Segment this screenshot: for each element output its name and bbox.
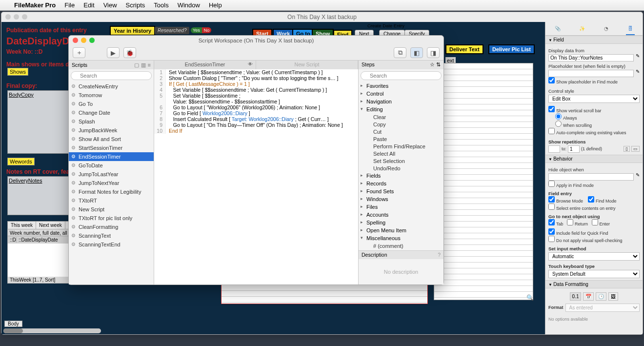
rep-to[interactable]: [568, 145, 580, 153]
pane-left-button[interactable]: ◧: [410, 47, 423, 58]
steps-tree[interactable]: FavoritesControlNavigationEditingClearCo…: [359, 82, 443, 250]
tab-nextweek[interactable]: Next week: [36, 222, 65, 229]
step-item[interactable]: # (comment): [359, 242, 443, 249]
step-category[interactable]: Navigation: [359, 98, 443, 105]
step-item[interactable]: Copy: [359, 121, 443, 128]
inspector-tabs[interactable]: 📎 ✨ ◔ 🗄: [545, 22, 643, 36]
apply-find-check[interactable]: [548, 181, 555, 187]
step-item[interactable]: Paste: [359, 135, 443, 142]
script-tab-active[interactable]: EndSessionTimer👁: [154, 61, 256, 69]
step-category[interactable]: Spelling: [359, 219, 443, 226]
insp-tab-styles[interactable]: ✨: [578, 24, 586, 33]
script-item[interactable]: Go To: [69, 100, 154, 108]
vscroll-check[interactable]: [548, 106, 555, 112]
lined-area-bottom[interactable]: [221, 285, 428, 304]
yes-no-toggle[interactable]: YesNo: [191, 27, 211, 33]
whenscroll-radio[interactable]: [555, 121, 562, 127]
step-category[interactable]: Found Sets: [359, 187, 443, 195]
script-tab-new[interactable]: New Script: [256, 61, 358, 69]
script-item[interactable]: JumpToLastYear: [69, 170, 154, 179]
script-item[interactable]: CleanFormatting: [69, 223, 154, 231]
script-item[interactable]: JumpBackWeek: [69, 126, 154, 135]
debug-button[interactable]: 🐞: [123, 47, 136, 58]
show-ph-find-check[interactable]: [548, 77, 555, 83]
script-tabs[interactable]: EndSessionTimer👁 New Script: [154, 61, 358, 69]
toggle-yes[interactable]: Yes: [191, 27, 202, 33]
insp-tab-appearance[interactable]: ◔: [602, 24, 610, 33]
inspector-section-dataformat[interactable]: Data Formatting: [545, 280, 643, 288]
scripts-view-icon-1[interactable]: ▢: [134, 62, 139, 68]
menu-edit[interactable]: Edit: [79, 1, 99, 9]
script-item[interactable]: TXtoRT: [69, 196, 154, 205]
step-category[interactable]: Miscellaneous: [359, 234, 443, 242]
steps-sort-icon[interactable]: ⇅: [436, 61, 441, 67]
script-item[interactable]: New Script: [69, 205, 154, 214]
pencil-icon-2[interactable]: ✎: [636, 69, 640, 77]
deliver-pic-button[interactable]: Deliver Pic List: [488, 44, 535, 54]
control-style-select[interactable]: Edit Box: [548, 95, 640, 103]
script-item[interactable]: Tomorrow: [69, 91, 154, 100]
placeholder-field[interactable]: [548, 70, 634, 77]
step-item[interactable]: Perform Find/Replace: [359, 142, 443, 150]
insp-tab-position[interactable]: 📎: [553, 24, 562, 33]
menu-file[interactable]: File: [60, 1, 79, 9]
rep-orient-v[interactable]: ▯: [624, 146, 630, 152]
menu-scripts[interactable]: Scripts: [121, 1, 150, 9]
inspector-section-field[interactable]: Field: [545, 36, 643, 44]
scripts-search-input[interactable]: [71, 71, 152, 80]
menu-view[interactable]: View: [99, 1, 121, 9]
datedisplay-field[interactable]: DateDisplayDa: [6, 36, 75, 47]
script-item[interactable]: JumpToNextYear: [69, 179, 154, 187]
tab-check[interactable]: [548, 219, 555, 225]
magnify-icon[interactable]: 🔍: [526, 294, 534, 301]
autocomplete-check[interactable]: [548, 128, 555, 134]
step-category[interactable]: Fields: [359, 172, 443, 180]
pane-right-button[interactable]: ◨: [427, 47, 440, 58]
step-category[interactable]: Windows: [359, 195, 443, 203]
h-scrollbar[interactable]: [3, 328, 101, 333]
step-item[interactable]: Clear: [359, 113, 443, 121]
scripts-view-icon-2[interactable]: ▥: [141, 62, 146, 68]
script-item[interactable]: Format Notes for Legibility: [69, 187, 154, 196]
scripts-view-icon-3[interactable]: ≡: [148, 62, 151, 68]
return-check[interactable]: [567, 219, 573, 225]
browse-check[interactable]: [548, 196, 555, 203]
year-history-button[interactable]: Year in History: [110, 26, 155, 36]
input-method-select[interactable]: Automatic: [548, 252, 640, 261]
script-item[interactable]: Splash: [69, 117, 154, 126]
quickfind-check[interactable]: [548, 228, 555, 235]
deliverynotes-field[interactable]: DeliveryNotes: [7, 176, 70, 215]
rep-from[interactable]: [548, 145, 560, 153]
select-entire-check[interactable]: [548, 204, 555, 210]
fmt-pic-icon[interactable]: 🖼: [608, 292, 618, 301]
steps-fav-icon[interactable]: ☆: [430, 61, 435, 67]
touch-kbd-select[interactable]: System Default: [548, 270, 640, 278]
step-item[interactable]: Set Selection: [359, 157, 443, 164]
step-item[interactable]: Undo/Redo: [359, 164, 443, 172]
script-item[interactable]: ScanningTextEnd: [69, 240, 154, 249]
fmt-num-icon[interactable]: 0.1: [570, 292, 582, 301]
script-item[interactable]: ScanningText: [69, 231, 154, 240]
step-item[interactable]: Cut: [359, 128, 443, 135]
h-scroll-thumb[interactable]: [3, 328, 23, 333]
help-icon[interactable]: ?: [438, 252, 441, 258]
step-category[interactable]: Records: [359, 180, 443, 187]
script-item[interactable]: EndSessionTimer: [69, 152, 154, 161]
script-item[interactable]: TXtoRT for pic list only: [69, 214, 154, 223]
eye-icon[interactable]: 👁: [248, 61, 253, 67]
fmt-date-icon[interactable]: 📅: [583, 292, 594, 301]
menu-help[interactable]: Help: [204, 1, 226, 9]
step-category[interactable]: Favorites: [359, 82, 443, 90]
step-category[interactable]: Control: [359, 90, 443, 98]
always-radio[interactable]: [555, 113, 562, 120]
new-script-button[interactable]: ＋: [73, 47, 85, 58]
wewords-field[interactable]: Wewords: [7, 158, 35, 165]
copy-button[interactable]: ⧉: [394, 47, 406, 58]
ws-traffic-lights[interactable]: [73, 38, 95, 43]
find-check[interactable]: [588, 196, 594, 203]
notes-area-right[interactable]: [434, 63, 533, 300]
script-code[interactable]: 1Set Variable [ $$sessionendtime ; Value…: [154, 69, 358, 285]
step-category[interactable]: Open Menu Item: [359, 226, 443, 234]
script-item[interactable]: Change Date: [69, 108, 154, 117]
enter-check[interactable]: [592, 219, 598, 225]
